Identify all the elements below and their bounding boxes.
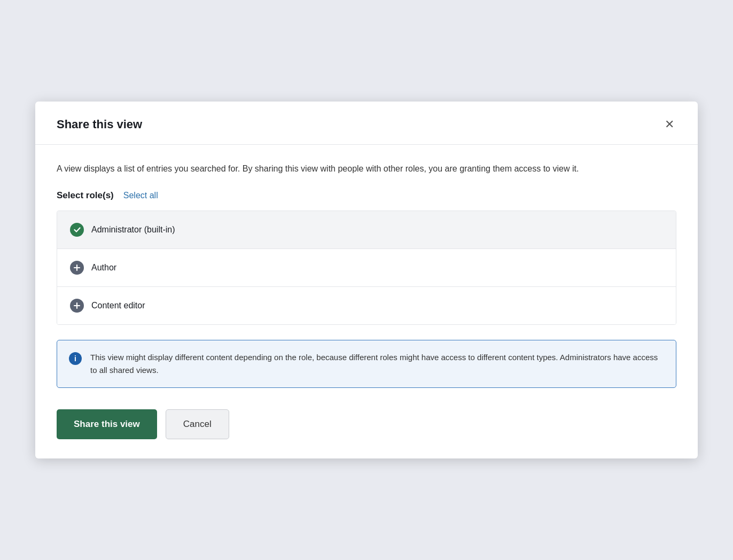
share-button[interactable]: Share this view (57, 409, 157, 439)
role-name-author: Author (91, 263, 116, 273)
cancel-button[interactable]: Cancel (166, 409, 229, 439)
info-icon: i (69, 352, 82, 365)
modal-dialog: Share this view ✕ A view displays a list… (35, 102, 698, 459)
modal-overlay: Share this view ✕ A view displays a list… (0, 0, 733, 560)
check-circle-icon (70, 223, 84, 237)
info-text: This view might display different conten… (90, 351, 664, 377)
role-icon-content-editor (70, 299, 84, 313)
modal-body: A view displays a list of entries you se… (35, 145, 698, 459)
plus-circle-icon-author (70, 261, 84, 275)
select-roles-label: Select role(s) (57, 190, 114, 201)
modal-footer: Share this view Cancel (57, 407, 676, 439)
role-name-content-editor: Content editor (91, 301, 145, 310)
close-button[interactable]: ✕ (662, 116, 676, 133)
info-box: i This view might display different cont… (57, 340, 676, 388)
select-roles-header: Select role(s) Select all (57, 190, 676, 201)
roles-list: Administrator (built-in) Author (57, 211, 676, 325)
role-icon-administrator (70, 223, 84, 237)
description-text: A view displays a list of entries you se… (57, 162, 676, 176)
role-item-administrator[interactable]: Administrator (built-in) (57, 211, 676, 249)
plus-circle-icon-content-editor (70, 299, 84, 313)
role-name-administrator: Administrator (built-in) (91, 225, 175, 235)
modal-header: Share this view ✕ (35, 102, 698, 145)
close-icon: ✕ (665, 119, 674, 130)
select-all-link[interactable]: Select all (123, 191, 158, 200)
modal-title: Share this view (57, 118, 142, 131)
role-icon-author (70, 261, 84, 275)
role-item-content-editor[interactable]: Content editor (57, 287, 676, 324)
role-item-author[interactable]: Author (57, 249, 676, 287)
